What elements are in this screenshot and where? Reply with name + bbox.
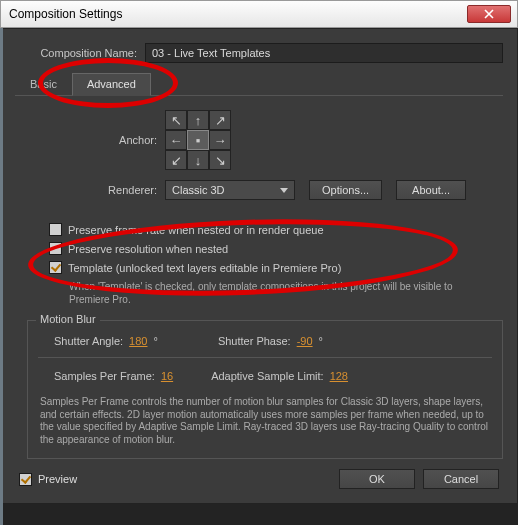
anchor-top-right[interactable]: ↗ [209,110,231,130]
footer: Preview OK Cancel [15,459,503,493]
comp-name-input[interactable] [145,43,503,63]
adaptive-label: Adaptive Sample Limit: [211,370,324,382]
anchor-center[interactable]: ▪ [187,130,209,150]
shutter-angle-label: Shutter Angle: [54,335,123,347]
comp-name-row: Composition Name: [15,43,503,63]
anchor-row: Anchor: ↖ ↑ ↗ ← ▪ → ↙ ↓ ↘ [15,110,503,170]
motion-blur-title: Motion Blur [36,313,100,325]
adaptive-field: Adaptive Sample Limit: 128 [211,370,348,382]
template-row: Template (unlocked text layers editable … [15,258,503,277]
shutter-angle-value[interactable]: 180 [129,335,147,347]
preserve-res-row: Preserve resolution when nested [15,239,503,258]
shutter-phase-label: Shutter Phase: [218,335,291,347]
motion-blur-help: Samples Per Frame controls the number of… [38,388,492,448]
comp-name-label: Composition Name: [15,47,145,59]
renderer-select[interactable]: Classic 3D [165,180,295,200]
preserve-res-label: Preserve resolution when nested [68,243,228,255]
samples-field: Samples Per Frame: 16 [54,370,173,382]
titlebar: Composition Settings [0,0,518,28]
window-title: Composition Settings [9,7,467,21]
shutter-phase-suffix: ° [319,335,323,347]
anchor-left[interactable]: ← [165,130,187,150]
preserve-frame-checkbox[interactable] [49,223,62,236]
samples-value[interactable]: 16 [161,370,173,382]
template-checkbox[interactable] [49,261,62,274]
anchor-bottom-right[interactable]: ↘ [209,150,231,170]
renderer-label: Renderer: [15,184,165,196]
template-label: Template (unlocked text layers editable … [68,262,341,274]
preserve-frame-row: Preserve frame rate when nested or in re… [15,220,503,239]
preserve-frame-label: Preserve frame rate when nested or in re… [68,224,324,236]
dialog-body: Composition Name: Basic Advanced Anchor:… [0,28,518,504]
anchor-grid: ↖ ↑ ↗ ← ▪ → ↙ ↓ ↘ [165,110,231,170]
samples-label: Samples Per Frame: [54,370,155,382]
cancel-button[interactable]: Cancel [423,469,499,489]
shutter-phase-value[interactable]: -90 [297,335,313,347]
anchor-top-left[interactable]: ↖ [165,110,187,130]
anchor-bottom[interactable]: ↓ [187,150,209,170]
renderer-options-button[interactable]: Options... [309,180,382,200]
renderer-about-button[interactable]: About... [396,180,466,200]
template-help: When 'Template' is checked, only templat… [15,277,503,314]
anchor-right[interactable]: → [209,130,231,150]
chevron-down-icon [280,188,288,193]
anchor-bottom-left[interactable]: ↙ [165,150,187,170]
close-button[interactable] [467,5,511,23]
ok-button[interactable]: OK [339,469,415,489]
renderer-row: Renderer: Classic 3D Options... About... [15,180,503,200]
preview-checkbox[interactable] [19,473,32,486]
shutter-angle-suffix: ° [153,335,157,347]
shutter-phase-field: Shutter Phase: -90 ° [218,335,323,347]
tabs: Basic Advanced [15,73,503,96]
anchor-top[interactable]: ↑ [187,110,209,130]
tab-basic[interactable]: Basic [15,73,72,95]
preview-label: Preview [38,473,77,485]
motion-blur-group: Motion Blur Shutter Angle: 180 ° Shutter… [27,320,503,459]
shutter-angle-field: Shutter Angle: 180 ° [54,335,158,347]
tab-advanced[interactable]: Advanced [72,73,151,96]
preserve-res-checkbox[interactable] [49,242,62,255]
adaptive-value[interactable]: 128 [330,370,348,382]
close-icon [484,9,494,19]
anchor-label: Anchor: [15,134,165,146]
renderer-value: Classic 3D [172,184,225,196]
